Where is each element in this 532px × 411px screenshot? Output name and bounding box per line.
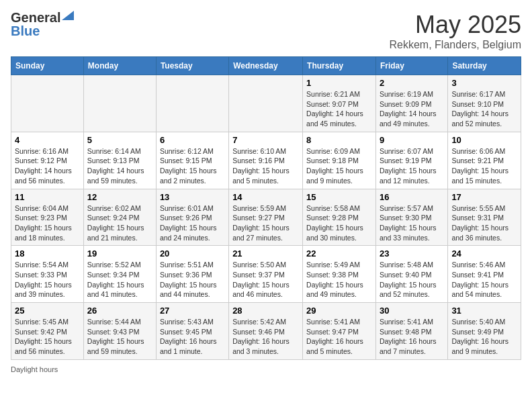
calendar-cell: 10Sunrise: 6:06 AM Sunset: 9:21 PM Dayli… [448, 132, 521, 189]
daylight-label: Daylight hours [11, 365, 58, 373]
day-info: Sunrise: 5:57 AM Sunset: 9:30 PM Dayligh… [380, 203, 444, 243]
day-number: 8 [306, 135, 372, 145]
day-number: 28 [232, 306, 299, 316]
day-number: 3 [451, 78, 517, 88]
calendar-cell: 8Sunrise: 6:09 AM Sunset: 9:18 PM Daylig… [303, 132, 376, 189]
column-header-saturday: Saturday [448, 57, 521, 75]
calendar-cell: 9Sunrise: 6:07 AM Sunset: 9:19 PM Daylig… [375, 132, 447, 189]
calendar-cell: 6Sunrise: 6:12 AM Sunset: 9:15 PM Daylig… [156, 132, 228, 189]
calendar-week-3: 11Sunrise: 6:04 AM Sunset: 9:23 PM Dayli… [11, 189, 521, 246]
day-number: 14 [232, 192, 299, 202]
day-number: 11 [15, 192, 80, 202]
calendar-cell: 4Sunrise: 6:16 AM Sunset: 9:12 PM Daylig… [11, 132, 84, 189]
day-info: Sunrise: 6:02 AM Sunset: 9:24 PM Dayligh… [87, 203, 152, 243]
day-number: 31 [451, 306, 517, 316]
calendar-cell: 22Sunrise: 5:49 AM Sunset: 9:38 PM Dayli… [303, 246, 376, 303]
day-number: 10 [451, 135, 517, 145]
day-number: 25 [15, 306, 80, 316]
day-info: Sunrise: 5:40 AM Sunset: 9:49 PM Dayligh… [451, 317, 517, 357]
day-number: 13 [160, 192, 225, 202]
day-number: 20 [160, 248, 225, 259]
footer: Daylight hours [11, 365, 521, 373]
day-info: Sunrise: 5:54 AM Sunset: 9:33 PM Dayligh… [15, 260, 80, 300]
day-number: 15 [306, 192, 372, 202]
day-number: 18 [15, 248, 80, 259]
calendar-cell: 28Sunrise: 5:42 AM Sunset: 9:46 PM Dayli… [229, 303, 303, 360]
calendar-cell: 20Sunrise: 5:51 AM Sunset: 9:36 PM Dayli… [156, 246, 228, 303]
calendar-week-5: 25Sunrise: 5:45 AM Sunset: 9:42 PM Dayli… [11, 303, 521, 360]
day-info: Sunrise: 5:55 AM Sunset: 9:31 PM Dayligh… [451, 203, 517, 243]
calendar-week-2: 4Sunrise: 6:16 AM Sunset: 9:12 PM Daylig… [11, 132, 521, 189]
day-info: Sunrise: 6:09 AM Sunset: 9:18 PM Dayligh… [306, 146, 372, 186]
calendar-week-4: 18Sunrise: 5:54 AM Sunset: 9:33 PM Dayli… [11, 246, 521, 303]
day-info: Sunrise: 6:10 AM Sunset: 9:16 PM Dayligh… [232, 146, 299, 186]
calendar-cell: 2Sunrise: 6:19 AM Sunset: 9:09 PM Daylig… [375, 75, 447, 132]
calendar-cell: 3Sunrise: 6:17 AM Sunset: 9:10 PM Daylig… [448, 75, 521, 132]
calendar-cell: 27Sunrise: 5:43 AM Sunset: 9:45 PM Dayli… [156, 303, 228, 360]
calendar-cell: 30Sunrise: 5:41 AM Sunset: 9:48 PM Dayli… [375, 303, 447, 360]
day-info: Sunrise: 5:45 AM Sunset: 9:42 PM Dayligh… [15, 317, 80, 357]
day-number: 17 [451, 192, 517, 202]
day-number: 27 [160, 306, 225, 316]
svg-marker-0 [62, 11, 74, 20]
calendar-cell: 31Sunrise: 5:40 AM Sunset: 9:49 PM Dayli… [448, 303, 521, 360]
day-info: Sunrise: 6:19 AM Sunset: 9:09 PM Dayligh… [380, 89, 444, 129]
column-header-tuesday: Tuesday [156, 57, 228, 75]
day-number: 19 [87, 248, 152, 259]
page-header: General Blue May 2025 Rekkem, Flanders, … [11, 11, 521, 51]
day-info: Sunrise: 6:07 AM Sunset: 9:19 PM Dayligh… [380, 146, 444, 186]
day-info: Sunrise: 5:52 AM Sunset: 9:34 PM Dayligh… [87, 260, 152, 300]
logo-blue-text: Blue [11, 24, 40, 38]
calendar-cell: 7Sunrise: 6:10 AM Sunset: 9:16 PM Daylig… [229, 132, 303, 189]
day-number: 26 [87, 306, 152, 316]
day-info: Sunrise: 5:44 AM Sunset: 9:43 PM Dayligh… [87, 317, 152, 357]
day-info: Sunrise: 6:17 AM Sunset: 9:10 PM Dayligh… [451, 89, 517, 129]
logo-triangle-icon [62, 11, 74, 20]
day-info: Sunrise: 5:58 AM Sunset: 9:28 PM Dayligh… [306, 203, 372, 243]
day-info: Sunrise: 5:50 AM Sunset: 9:37 PM Dayligh… [232, 260, 299, 300]
calendar-table: SundayMondayTuesdayWednesdayThursdayFrid… [11, 56, 521, 360]
calendar-cell: 1Sunrise: 6:21 AM Sunset: 9:07 PM Daylig… [303, 75, 376, 132]
day-number: 2 [380, 78, 444, 88]
column-header-thursday: Thursday [303, 57, 376, 75]
calendar-cell: 17Sunrise: 5:55 AM Sunset: 9:31 PM Dayli… [448, 189, 521, 246]
day-info: Sunrise: 5:48 AM Sunset: 9:40 PM Dayligh… [380, 260, 444, 300]
column-header-sunday: Sunday [11, 57, 84, 75]
day-number: 21 [232, 248, 299, 259]
calendar-cell: 26Sunrise: 5:44 AM Sunset: 9:43 PM Dayli… [83, 303, 156, 360]
calendar-cell: 21Sunrise: 5:50 AM Sunset: 9:37 PM Dayli… [229, 246, 303, 303]
calendar-cell: 5Sunrise: 6:14 AM Sunset: 9:13 PM Daylig… [83, 132, 156, 189]
day-info: Sunrise: 5:49 AM Sunset: 9:38 PM Dayligh… [306, 260, 372, 300]
day-info: Sunrise: 6:04 AM Sunset: 9:23 PM Dayligh… [15, 203, 80, 243]
day-info: Sunrise: 5:41 AM Sunset: 9:47 PM Dayligh… [306, 317, 372, 357]
day-info: Sunrise: 6:21 AM Sunset: 9:07 PM Dayligh… [306, 89, 372, 129]
calendar-cell [11, 75, 84, 132]
calendar-cell: 11Sunrise: 6:04 AM Sunset: 9:23 PM Dayli… [11, 189, 84, 246]
day-info: Sunrise: 6:12 AM Sunset: 9:15 PM Dayligh… [160, 146, 225, 186]
calendar-cell: 18Sunrise: 5:54 AM Sunset: 9:33 PM Dayli… [11, 246, 84, 303]
calendar-cell: 19Sunrise: 5:52 AM Sunset: 9:34 PM Dayli… [83, 246, 156, 303]
day-number: 5 [87, 135, 152, 145]
calendar-cell [83, 75, 156, 132]
logo-general-text: General [11, 11, 60, 24]
day-number: 1 [306, 78, 372, 88]
day-number: 23 [380, 248, 444, 259]
logo: General Blue [11, 11, 74, 38]
day-info: Sunrise: 5:46 AM Sunset: 9:41 PM Dayligh… [451, 260, 517, 300]
calendar-cell: 16Sunrise: 5:57 AM Sunset: 9:30 PM Dayli… [375, 189, 447, 246]
day-info: Sunrise: 5:59 AM Sunset: 9:27 PM Dayligh… [232, 203, 299, 243]
day-number: 4 [15, 135, 80, 145]
calendar-cell: 15Sunrise: 5:58 AM Sunset: 9:28 PM Dayli… [303, 189, 376, 246]
day-info: Sunrise: 5:41 AM Sunset: 9:48 PM Dayligh… [380, 317, 444, 357]
day-number: 29 [306, 306, 372, 316]
day-number: 30 [380, 306, 444, 316]
calendar-cell: 14Sunrise: 5:59 AM Sunset: 9:27 PM Dayli… [229, 189, 303, 246]
calendar-cell [229, 75, 303, 132]
day-number: 22 [306, 248, 372, 259]
calendar-header-row: SundayMondayTuesdayWednesdayThursdayFrid… [11, 57, 521, 75]
calendar-week-1: 1Sunrise: 6:21 AM Sunset: 9:07 PM Daylig… [11, 75, 521, 132]
calendar-cell: 23Sunrise: 5:48 AM Sunset: 9:40 PM Dayli… [375, 246, 447, 303]
day-number: 16 [380, 192, 444, 202]
day-info: Sunrise: 6:01 AM Sunset: 9:26 PM Dayligh… [160, 203, 225, 243]
day-number: 12 [87, 192, 152, 202]
